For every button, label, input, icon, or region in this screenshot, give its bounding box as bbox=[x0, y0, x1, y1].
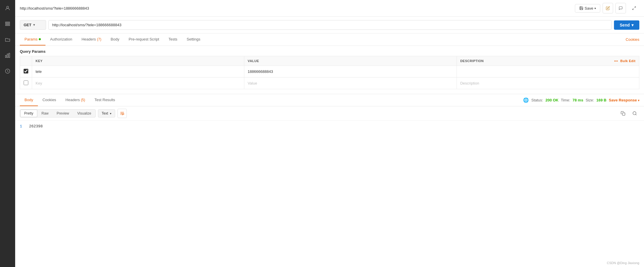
save-response-button[interactable]: Save Response ▾ bbox=[609, 98, 639, 102]
row-checkbox-cell[interactable] bbox=[20, 66, 32, 78]
tab-pre-request-script[interactable]: Pre-request Script bbox=[124, 34, 164, 45]
line-number: 1 bbox=[20, 124, 22, 129]
th-checkbox bbox=[20, 56, 32, 66]
main-content: http://localhost/sms/?tele=188666688843 … bbox=[15, 0, 644, 267]
time-value: 78 ms bbox=[573, 98, 583, 102]
response-tab-test-results[interactable]: Test Results bbox=[90, 94, 120, 106]
request-tabs: Params Authorization Headers (7) Body Pr… bbox=[15, 34, 644, 46]
status-value: 200 OK bbox=[545, 98, 559, 102]
tab-settings[interactable]: Settings bbox=[182, 34, 205, 45]
format-bar-right bbox=[618, 109, 639, 118]
svg-point-13 bbox=[633, 112, 636, 115]
status-label: Status: bbox=[531, 98, 543, 102]
method-select[interactable]: GET ▾ bbox=[20, 20, 46, 30]
format-preview[interactable]: Preview bbox=[52, 110, 73, 117]
th-key: KEY bbox=[32, 56, 244, 66]
format-bar: Pretty Raw Preview Visualize Text ▾ bbox=[15, 106, 644, 121]
svg-rect-2 bbox=[6, 23, 10, 24]
edit-button[interactable] bbox=[603, 3, 613, 13]
svg-line-8 bbox=[634, 7, 636, 8]
th-description: DESCRIPTION ••• Bulk Edit bbox=[457, 56, 639, 66]
row-checkbox[interactable] bbox=[24, 69, 28, 73]
query-params-section: Query Params KEY VALUE DESCRIPTION ••• B… bbox=[15, 46, 644, 89]
url-input[interactable] bbox=[48, 20, 612, 30]
folder-icon[interactable] bbox=[2, 34, 13, 45]
copy-icon[interactable] bbox=[618, 109, 628, 118]
tab-headers[interactable]: Headers (7) bbox=[77, 34, 106, 45]
svg-line-9 bbox=[633, 8, 634, 10]
time-label: Time: bbox=[561, 98, 570, 102]
cookies-link[interactable]: Cookies bbox=[626, 37, 639, 42]
collapse-icon[interactable] bbox=[629, 3, 639, 13]
wrap-button[interactable] bbox=[117, 109, 127, 118]
url-actions: Save ▾ bbox=[575, 3, 626, 13]
comment-button[interactable] bbox=[615, 3, 626, 13]
globe-icon: 🌐 bbox=[523, 97, 529, 103]
footer-credit: CSDN @Ding Jiaxiong bbox=[607, 261, 639, 265]
empty-checkbox-cell[interactable] bbox=[20, 78, 32, 89]
empty-key[interactable]: Key bbox=[32, 78, 244, 89]
svg-line-14 bbox=[636, 114, 636, 115]
params-dot bbox=[39, 38, 41, 40]
format-raw[interactable]: Raw bbox=[37, 110, 52, 117]
user-icon[interactable] bbox=[2, 3, 13, 13]
svg-rect-12 bbox=[622, 113, 625, 115]
svg-rect-4 bbox=[6, 55, 6, 58]
table-row: tele 188666688843 bbox=[20, 66, 639, 78]
response-body: 1 262398 bbox=[15, 121, 644, 267]
save-button[interactable]: Save ▾ bbox=[575, 4, 600, 13]
response-tab-body[interactable]: Body bbox=[20, 94, 38, 106]
response-line: 1 262398 bbox=[20, 124, 639, 129]
method-label: GET bbox=[24, 23, 31, 27]
row-value[interactable]: 188666688843 bbox=[244, 66, 457, 78]
empty-value[interactable]: Value bbox=[244, 78, 457, 89]
send-button[interactable]: Send ▾ bbox=[614, 20, 639, 30]
response-tab-cookies[interactable]: Cookies bbox=[38, 94, 61, 106]
row-key[interactable]: tele bbox=[32, 66, 244, 78]
clock-icon[interactable] bbox=[2, 66, 13, 76]
chart-icon[interactable] bbox=[2, 50, 13, 61]
tab-tests[interactable]: Tests bbox=[164, 34, 182, 45]
url-bar-title: http://localhost/sms/?tele=188666688843 bbox=[20, 6, 572, 10]
response-section: Body Cookies Headers (5) Test Results 🌐 … bbox=[15, 94, 644, 267]
response-tabs: Body Cookies Headers (5) Test Results 🌐 … bbox=[15, 94, 644, 106]
empty-description[interactable]: Description bbox=[457, 78, 639, 89]
format-group: Pretty Raw Preview Visualize bbox=[20, 109, 96, 117]
response-meta: 🌐 Status: 200 OK Time: 78 ms Size: 169 B… bbox=[523, 97, 639, 103]
table-row-empty: Key Value Description bbox=[20, 78, 639, 89]
empty-checkbox[interactable] bbox=[24, 80, 28, 85]
response-tab-headers[interactable]: Headers (5) bbox=[61, 94, 90, 106]
bulk-edit-button[interactable]: Bulk Edit bbox=[620, 59, 636, 63]
format-pretty[interactable]: Pretty bbox=[20, 110, 37, 117]
tab-authorization[interactable]: Authorization bbox=[45, 34, 77, 45]
type-select[interactable]: Text ▾ bbox=[98, 109, 115, 117]
svg-rect-6 bbox=[9, 53, 10, 58]
size-value: 169 B bbox=[596, 98, 607, 102]
sidebar bbox=[0, 0, 15, 267]
size-label: Size: bbox=[586, 98, 594, 102]
tab-body[interactable]: Body bbox=[106, 34, 124, 45]
history-icon[interactable] bbox=[2, 19, 13, 29]
svg-rect-3 bbox=[6, 25, 10, 26]
request-bar: GET ▾ Send ▾ bbox=[15, 17, 644, 34]
svg-rect-1 bbox=[6, 22, 10, 23]
format-visualize[interactable]: Visualize bbox=[73, 110, 95, 117]
th-value: VALUE bbox=[244, 56, 457, 66]
row-description[interactable] bbox=[457, 66, 639, 78]
url-bar: http://localhost/sms/?tele=188666688843 … bbox=[15, 0, 644, 17]
params-table: KEY VALUE DESCRIPTION ••• Bulk Edit bbox=[20, 56, 639, 89]
tab-params[interactable]: Params bbox=[20, 34, 45, 45]
more-options-icon[interactable]: ••• bbox=[614, 59, 618, 63]
search-icon[interactable] bbox=[630, 109, 639, 118]
svg-rect-5 bbox=[7, 54, 8, 58]
svg-point-0 bbox=[7, 6, 9, 8]
query-params-title: Query Params bbox=[20, 49, 639, 54]
line-content: 262398 bbox=[29, 124, 43, 129]
